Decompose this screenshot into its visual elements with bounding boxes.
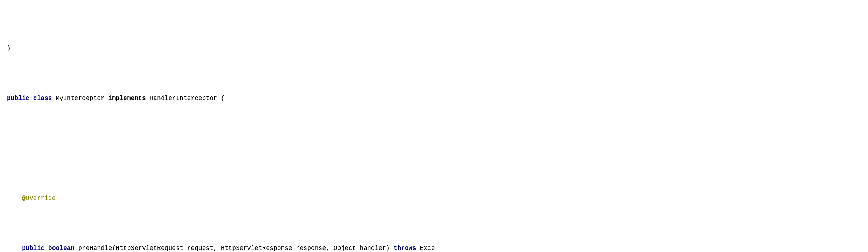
annotation-override: @Override <box>7 195 56 202</box>
code-line-override1: @Override <box>0 193 868 203</box>
keyword-public: public <box>7 95 30 102</box>
type-boolean: boolean <box>48 245 75 252</box>
keyword-implements: implements <box>108 95 146 102</box>
keyword-public-2: public <box>22 245 44 252</box>
code-line-empty <box>0 143 868 153</box>
keyword-throws: throws <box>394 245 416 252</box>
code-line-prehandle: public boolean preHandle(HttpServletRequ… <box>0 243 868 252</box>
code-line: ) <box>0 43 868 53</box>
code-editor: ) public class MyInterceptor implements … <box>0 0 868 252</box>
code-line-class-decl: public class MyInterceptor implements Ha… <box>0 93 868 103</box>
keyword-class: class <box>33 95 52 102</box>
